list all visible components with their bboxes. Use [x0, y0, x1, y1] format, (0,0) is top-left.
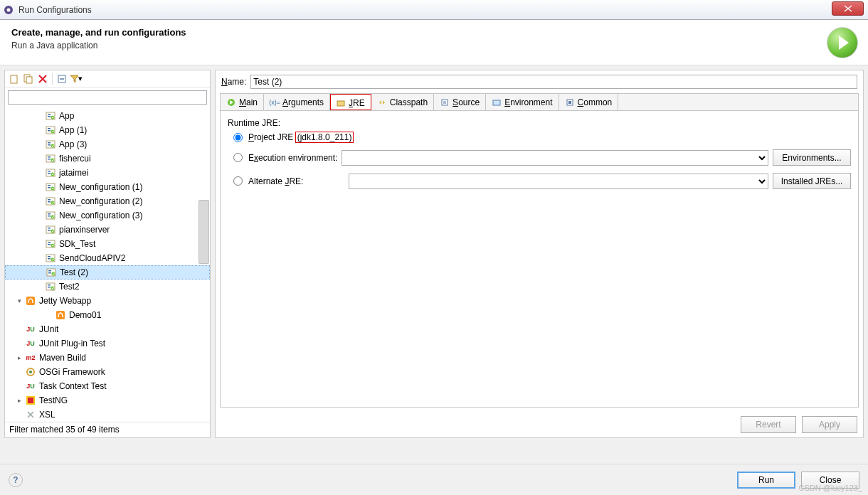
duplicate-config-icon[interactable] — [22, 73, 35, 85]
jup-icon: JU — [25, 338, 36, 349]
delete-config-icon[interactable] — [36, 73, 49, 85]
tree-item-label: Test2 — [59, 282, 80, 292]
filter-icon[interactable]: ▾ — [70, 73, 83, 85]
help-button[interactable]: ? — [9, 473, 23, 487]
svg-point-1 — [7, 8, 11, 11]
tab-main[interactable]: Main — [221, 94, 264, 110]
title-bar: Run Configurations — [0, 0, 868, 20]
tree-item-label: JUnit Plug-in Test — [39, 339, 105, 348]
tree-item[interactable]: SendCloudAPIV2 — [5, 251, 210, 265]
tree-item[interactable]: pianxinserver — [5, 223, 210, 237]
alt-jre-label: Alternate JRE: — [248, 176, 303, 186]
svg-point-17 — [51, 144, 55, 148]
tab-environment[interactable]: Environment — [486, 94, 559, 110]
tab-icon — [492, 97, 502, 107]
exec-env-radio[interactable] — [233, 153, 243, 162]
window-title: Run Configurations — [18, 5, 92, 15]
project-jre-radio[interactable] — [233, 133, 243, 142]
tab-common[interactable]: Common — [559, 94, 619, 110]
tree-item[interactable]: ▸TestNG — [5, 393, 210, 408]
toolbar-separator — [52, 73, 53, 85]
apply-button[interactable]: Apply — [802, 416, 857, 433]
jetty-icon — [25, 295, 36, 307]
tab-label: Main — [239, 97, 258, 107]
svg-rect-15 — [48, 142, 51, 144]
alt-jre-select[interactable] — [349, 174, 768, 189]
expander-icon[interactable]: ▸ — [15, 354, 23, 361]
tab-source[interactable]: Source — [434, 94, 486, 110]
tree-item[interactable]: SDk_Test — [5, 237, 210, 251]
svg-point-49 — [51, 258, 55, 262]
svg-rect-20 — [48, 159, 51, 160]
config-tree[interactable]: AppApp (1)App (3)fishercuijataimeiNew_co… — [5, 107, 210, 422]
exec-env-select[interactable] — [342, 150, 768, 166]
scrollbar-thumb[interactable] — [199, 200, 209, 264]
tree-item[interactable]: New_configuration (2) — [5, 194, 210, 208]
expander-icon[interactable]: ▸ — [15, 397, 23, 404]
installed-jres-button[interactable]: Installed JREs... — [773, 173, 851, 189]
xsl-icon — [25, 409, 36, 420]
revert-button[interactable]: Revert — [741, 416, 796, 433]
svg-point-29 — [51, 187, 55, 191]
tree-item[interactable]: Demo01 — [5, 308, 210, 322]
tab-jre[interactable]: JRE — [330, 94, 371, 110]
alt-jre-radio[interactable] — [233, 176, 243, 186]
tree-item[interactable]: JUJUnit Plug-in Test — [5, 336, 210, 351]
tab-label: Arguments — [282, 97, 324, 107]
svg-rect-69 — [568, 101, 571, 104]
tree-item[interactable]: fishercui — [5, 151, 210, 166]
tree-item[interactable]: New_configuration (3) — [5, 208, 210, 223]
tab-label: Environment — [504, 97, 552, 107]
tree-item[interactable]: Test2 — [5, 280, 210, 294]
tab-classpath[interactable]: Classpath — [371, 94, 434, 110]
svg-rect-31 — [48, 199, 51, 201]
name-input[interactable] — [250, 75, 857, 89]
svg-rect-39 — [48, 228, 51, 229]
java-icon — [45, 181, 56, 193]
svg-rect-24 — [48, 173, 51, 174]
tree-item[interactable]: ▸m2Maven Build — [5, 351, 210, 365]
collapse-all-icon[interactable] — [55, 73, 68, 85]
java-icon — [45, 124, 56, 136]
tree-item[interactable]: jataimei — [5, 166, 210, 180]
tree-item[interactable]: JUJUnit — [5, 322, 210, 336]
tree-item[interactable]: App (1) — [5, 123, 210, 137]
tree-item-label: Test (2) — [60, 267, 88, 277]
tree-item-label: App (1) — [59, 125, 87, 135]
expander-icon[interactable]: ▾ — [15, 297, 23, 304]
tree-item[interactable]: New_configuration (1) — [5, 180, 210, 194]
svg-rect-44 — [48, 244, 51, 245]
alt-jre-row: Alternate JRE: Installed JREs... — [233, 173, 851, 189]
tree-item-label: XSL — [39, 410, 55, 420]
svg-point-25 — [51, 173, 55, 176]
java-icon — [45, 153, 56, 164]
header-subtitle: Run a Java application — [11, 41, 857, 50]
svg-rect-55 — [48, 284, 51, 286]
tree-item[interactable]: App — [5, 109, 210, 123]
environments-button[interactable]: Environments... — [773, 149, 851, 166]
tree-item-label: Jetty Webapp — [39, 296, 91, 306]
new-config-icon[interactable] — [8, 73, 21, 85]
tree-item[interactable]: XSL — [5, 408, 210, 422]
tree-item[interactable]: OSGi Framework — [5, 365, 210, 379]
tree-item[interactable]: JUTask Context Test — [5, 379, 210, 393]
svg-rect-56 — [48, 287, 51, 288]
run-button[interactable]: Run — [737, 472, 795, 489]
tree-item[interactable]: Test (2) — [5, 265, 210, 280]
svg-point-37 — [51, 215, 55, 219]
svg-point-57 — [51, 287, 55, 290]
exec-env-label: Execution environment: — [248, 153, 337, 163]
tab-arguments[interactable]: (x)=Arguments — [264, 94, 330, 110]
tree-item-label: pianxinserver — [59, 225, 110, 235]
filter-input[interactable] — [8, 90, 207, 105]
tree-item-label: fishercui — [59, 154, 91, 164]
java-icon — [45, 167, 56, 179]
svg-rect-51 — [48, 270, 51, 272]
tree-item[interactable]: ▾Jetty Webapp — [5, 294, 210, 308]
tab-label: JRE — [349, 98, 365, 108]
close-window-button[interactable] — [832, 1, 864, 16]
testng-icon — [25, 395, 36, 406]
svg-rect-19 — [48, 156, 51, 158]
svg-point-61 — [29, 371, 32, 373]
tree-item[interactable]: App (3) — [5, 137, 210, 151]
